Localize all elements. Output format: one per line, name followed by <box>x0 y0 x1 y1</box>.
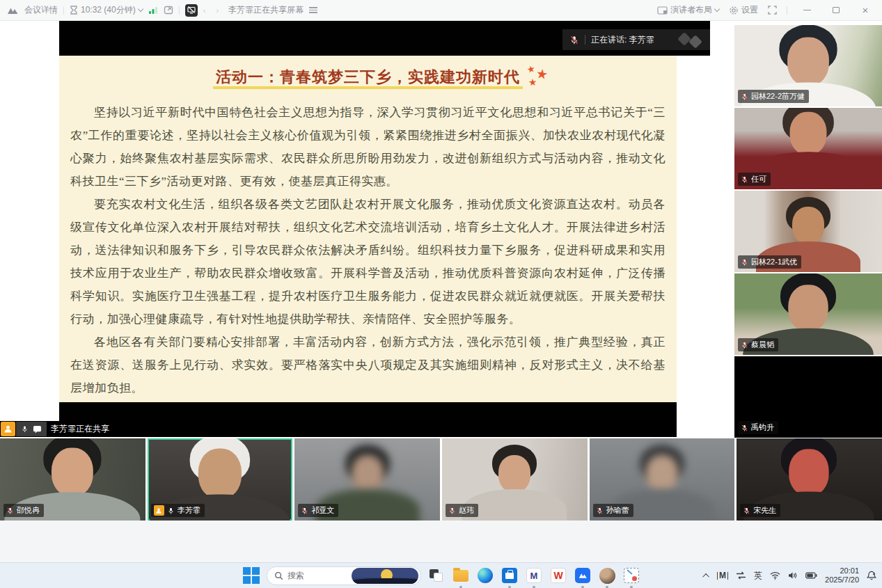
mic-muted-icon <box>301 507 308 515</box>
close-button[interactable]: × <box>856 3 875 18</box>
participant-name-chip: 祁亚文 <box>298 504 338 517</box>
participant-video-tile[interactable]: 邵悦冉 <box>0 438 145 521</box>
clock-time: 20:01 <box>840 566 859 575</box>
participant-video-tile[interactable]: 李芳霏 <box>148 438 293 521</box>
participant-video-tile[interactable]: 孙瑜蕾 <box>590 438 735 521</box>
settings-button[interactable]: 设置 <box>729 4 758 16</box>
divider <box>585 35 585 45</box>
participant-name: 任可 <box>751 174 766 184</box>
participant-name: 蔡晨韬 <box>751 340 774 350</box>
desktop-background <box>0 521 882 562</box>
meeting-logo-icon <box>7 6 19 15</box>
fullscreen-button[interactable] <box>768 6 777 15</box>
m-app-icon[interactable]: M <box>525 566 543 585</box>
search-input[interactable] <box>288 571 347 580</box>
watermark-logos <box>677 33 706 48</box>
mic-muted-icon <box>448 507 456 515</box>
edge-browser-icon[interactable] <box>476 566 494 585</box>
meeting-details-label: 会议详情 <box>24 4 58 16</box>
mic-muted-icon <box>596 507 604 515</box>
chat-bubble-icon <box>33 425 42 434</box>
wps-office-icon[interactable]: W <box>549 566 567 585</box>
participant-name-chip: 孙瑜蕾 <box>593 504 633 517</box>
shared-screen-stage: 活动一：青春筑梦三下乡，实践建功新时代★★★ 坚持以习近平新时代中国特色社会主义… <box>0 21 734 438</box>
layout-switch-button[interactable]: 演讲者布局 <box>657 4 719 16</box>
participant-video-tile[interactable]: 蔡晨韬 <box>734 273 882 355</box>
participant-video-tile[interactable]: 任可 <box>734 108 882 189</box>
participant-name: 祁亚文 <box>311 505 334 516</box>
maximize-button[interactable] <box>826 3 846 18</box>
open-window-icon <box>164 6 173 15</box>
file-explorer-icon[interactable] <box>452 566 470 585</box>
participant-bottom-strip: 邵悦冉 李芳霏 <box>0 438 882 521</box>
ime-indicator[interactable]: 英 <box>754 570 762 582</box>
participant-name: 邵悦冉 <box>17 505 40 516</box>
participant-name: 赵玮 <box>459 505 474 516</box>
meeting-window: 会议详情 10:32 (40分钟) ‹ › 李芳霏正在共享屏幕 <box>0 0 882 588</box>
divider <box>179 6 180 15</box>
sharing-status: 李芳霏正在共享屏幕 <box>228 4 304 16</box>
mic-muted-icon <box>741 258 748 267</box>
snipping-tool-icon[interactable] <box>622 566 640 585</box>
task-view-button[interactable] <box>427 566 446 585</box>
speaking-label: 正在讲话: 李芳霏 <box>591 34 654 46</box>
mic-muted-icon <box>569 35 579 45</box>
microsoft-store-icon[interactable] <box>501 566 519 585</box>
share-nav-arrows[interactable]: ‹ › <box>203 6 223 15</box>
tray-expand-icon[interactable] <box>702 573 709 580</box>
pop-out-button[interactable] <box>164 6 173 15</box>
svg-text:z: z <box>873 571 875 575</box>
chevron-down-icon <box>137 6 143 12</box>
participant-video-tile[interactable]: 园林22-1武优 <box>734 191 882 272</box>
participant-name: 宋先生 <box>753 505 776 516</box>
start-button[interactable] <box>242 566 260 585</box>
network-switch-icon[interactable] <box>736 571 746 580</box>
meeting-details-button[interactable]: 会议详情 <box>24 4 58 16</box>
notification-bell-icon[interactable]: z <box>867 571 876 580</box>
battery-icon[interactable] <box>805 572 817 579</box>
participant-name-chip: 禹钧升 <box>738 421 778 434</box>
participant-sidebar: 园林22-2苗万健 任可 <box>734 21 882 438</box>
taskbar-search[interactable] <box>267 566 421 585</box>
meeting-timer-button[interactable]: 10:32 (40分钟) <box>70 4 143 16</box>
participant-name: 禹钧升 <box>751 422 774 433</box>
meeting-topbar: 会议详情 10:32 (40分钟) ‹ › 李芳霏正在共享屏幕 <box>0 0 882 21</box>
taskbar-clock[interactable]: 20:01 2025/7/20 <box>825 566 859 585</box>
participant-video-tile[interactable]: 园林22-2苗万健 <box>734 25 882 106</box>
user-avatar-icon[interactable] <box>598 566 616 585</box>
share-letterbox-bottom <box>59 402 677 421</box>
settings-label: 设置 <box>741 4 758 16</box>
sharing-person-icon <box>154 505 164 516</box>
hourglass-icon <box>70 6 78 15</box>
minimize-button[interactable] <box>797 3 817 18</box>
windows-taskbar: M W M 英 20:01 2025/7/20 z <box>0 562 882 588</box>
mic-muted-icon <box>6 507 14 515</box>
document-title: 活动一：青春筑梦三下乡，实践建功新时代 <box>213 67 523 90</box>
participant-name: 李芳霏 <box>178 505 200 516</box>
document-body: 坚持以习近平新时代中国特色社会主义思想为指导，深入学习贯彻习近平文化思想和习近平… <box>70 101 666 399</box>
participant-name-chip: 宋先生 <box>740 504 780 517</box>
participant-name: 园林22-1武优 <box>751 257 797 267</box>
mic-muted-icon <box>167 507 175 515</box>
sharing-footer-bar: 李芳霏正在共享 <box>0 421 677 437</box>
volume-icon[interactable] <box>788 571 798 580</box>
presenter-status-chip <box>16 422 47 436</box>
gear-icon <box>729 6 739 15</box>
share-menu-icon[interactable] <box>309 6 317 15</box>
tencent-meeting-icon[interactable] <box>574 566 592 585</box>
sharing-footer-label: 李芳霏正在共享 <box>51 423 109 435</box>
participant-video-tile[interactable]: 禹钧升 <box>734 356 882 438</box>
tray-m-app-icon[interactable]: M <box>717 572 728 580</box>
search-highlight-image[interactable] <box>352 568 418 584</box>
wifi-icon[interactable] <box>770 571 780 580</box>
mic-muted-icon <box>741 93 748 101</box>
network-quality-button[interactable] <box>148 6 158 15</box>
divider <box>63 6 64 15</box>
participant-video-tile[interactable]: 祁亚文 <box>294 438 440 521</box>
participant-video-tile[interactable]: 赵玮 <box>442 438 588 521</box>
stop-share-icon[interactable] <box>185 4 198 17</box>
meeting-timer: 10:32 (40分钟) <box>81 4 136 16</box>
star-decoration-icon: ★★★ <box>527 67 555 90</box>
participant-name: 园林22-2苗万健 <box>751 91 805 102</box>
participant-video-tile[interactable]: 宋先生 <box>737 438 882 521</box>
